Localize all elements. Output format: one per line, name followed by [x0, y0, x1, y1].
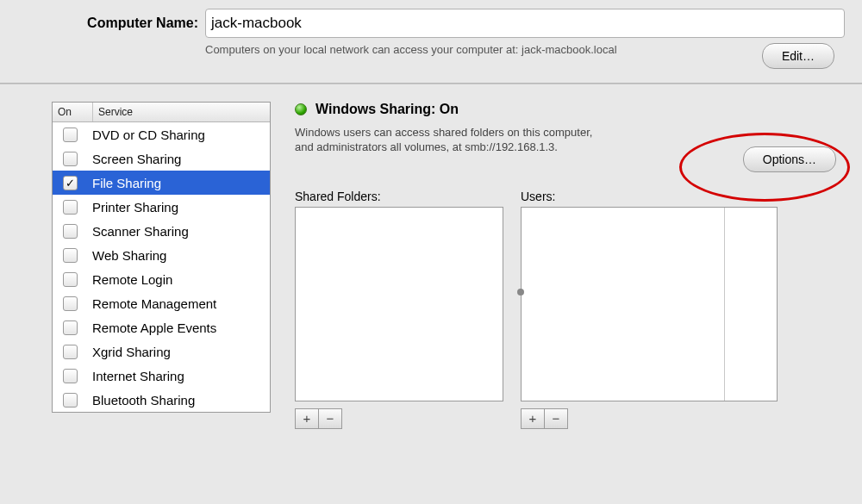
remove-user-button[interactable]: −	[545, 408, 568, 429]
service-checkbox-cell	[53, 393, 87, 408]
service-checkbox[interactable]	[63, 345, 78, 359]
service-checkbox-cell	[53, 248, 87, 263]
service-checkbox[interactable]	[63, 224, 78, 239]
tables-row: Shared Folders: + − Users: + −	[295, 190, 836, 429]
computer-name-field[interactable]: jack-macbook	[205, 9, 845, 38]
edit-button-wrap: Edit…	[762, 43, 845, 69]
services-rows: DVD or CD SharingScreen Sharing✓File Sha…	[53, 122, 270, 412]
remove-folder-button[interactable]: −	[319, 408, 342, 429]
computer-name-help-row: Computers on your local network can acce…	[69, 43, 845, 69]
service-row[interactable]: Bluetooth Sharing	[53, 388, 270, 412]
users-column-divider	[724, 208, 725, 401]
users-label: Users:	[521, 190, 778, 203]
services-list: On Service DVD or CD SharingScreen Shari…	[52, 102, 271, 413]
service-checkbox[interactable]	[63, 152, 78, 166]
service-checkbox[interactable]	[63, 200, 78, 215]
service-row[interactable]: DVD or CD Sharing	[53, 122, 270, 146]
service-checkbox-cell	[53, 345, 87, 359]
service-row[interactable]: Xgrid Sharing	[53, 339, 270, 364]
status-title: Windows Sharing: On	[315, 102, 459, 117]
sharing-pref-pane: Computer Name: jack-macbook Computers on…	[0, 0, 862, 504]
service-row[interactable]: Remote Login	[53, 267, 270, 291]
service-label: Scanner Sharing	[87, 224, 270, 239]
service-label: Printer Sharing	[87, 200, 270, 215]
service-row[interactable]: Scanner Sharing	[53, 219, 270, 243]
services-header: On Service	[53, 103, 270, 122]
service-detail: Windows Sharing: On Windows users can ac…	[295, 102, 846, 429]
status-line: Windows Sharing: On	[295, 102, 836, 117]
service-checkbox[interactable]	[63, 272, 78, 287]
service-checkbox[interactable]	[63, 128, 78, 142]
services-header-service[interactable]: Service	[93, 103, 270, 121]
resize-handle-icon[interactable]	[517, 289, 524, 296]
users-column: Users: + −	[521, 190, 778, 429]
service-label: DVD or CD Sharing	[87, 128, 270, 142]
service-label: Remote Apple Events	[87, 320, 270, 335]
service-checkbox[interactable]: ✓	[63, 176, 78, 190]
shared-folders-column: Shared Folders: + −	[295, 190, 503, 429]
top-section: Computer Name: jack-macbook Computers on…	[0, 0, 862, 83]
service-label: Bluetooth Sharing	[87, 393, 270, 408]
shared-folders-label: Shared Folders:	[295, 190, 503, 203]
service-label: Web Sharing	[87, 248, 270, 263]
service-checkbox-cell	[53, 272, 87, 287]
lower-section: On Service DVD or CD SharingScreen Shari…	[0, 84, 862, 429]
service-checkbox[interactable]	[63, 320, 78, 335]
service-checkbox[interactable]	[63, 296, 78, 311]
computer-name-help: Computers on your local network can acce…	[205, 43, 762, 57]
service-checkbox[interactable]	[63, 369, 78, 383]
service-row[interactable]: ✓File Sharing	[53, 171, 270, 195]
service-label: Xgrid Sharing	[87, 345, 270, 359]
status-indicator-icon	[295, 103, 307, 115]
options-button[interactable]: Options…	[743, 146, 836, 172]
service-label: Remote Login	[87, 272, 270, 287]
service-label: File Sharing	[87, 176, 270, 190]
service-label: Internet Sharing	[87, 369, 270, 383]
service-row[interactable]: Web Sharing	[53, 243, 270, 267]
service-checkbox-cell: ✓	[53, 176, 87, 190]
service-row[interactable]: Remote Apple Events	[53, 315, 270, 339]
computer-name-label: Computer Name:	[69, 16, 205, 31]
service-checkbox-cell	[53, 200, 87, 215]
service-checkbox[interactable]	[63, 248, 78, 263]
add-folder-button[interactable]: +	[295, 408, 319, 429]
service-row[interactable]: Internet Sharing	[53, 364, 270, 388]
service-row[interactable]: Printer Sharing	[53, 195, 270, 219]
status-description: Windows users can access shared folders …	[295, 126, 605, 155]
users-addremove: + −	[521, 408, 778, 429]
service-checkbox-cell	[53, 224, 87, 239]
service-checkbox[interactable]	[63, 393, 78, 408]
services-header-on[interactable]: On	[53, 103, 93, 121]
service-checkbox-cell	[53, 296, 87, 311]
service-checkbox-cell	[53, 369, 87, 383]
service-checkbox-cell	[53, 152, 87, 166]
edit-button[interactable]: Edit…	[762, 43, 834, 69]
computer-name-value: jack-macbook	[211, 15, 302, 32]
service-label: Screen Sharing	[87, 152, 270, 166]
service-row[interactable]: Remote Management	[53, 291, 270, 315]
service-label: Remote Management	[87, 296, 270, 311]
add-user-button[interactable]: +	[521, 408, 545, 429]
options-button-wrap: Options…	[743, 146, 836, 172]
service-checkbox-cell	[53, 128, 87, 142]
computer-name-row: Computer Name: jack-macbook	[69, 9, 845, 38]
service-row[interactable]: Screen Sharing	[53, 146, 270, 171]
users-list[interactable]	[521, 207, 778, 401]
service-checkbox-cell	[53, 320, 87, 335]
shared-folders-addremove: + −	[295, 408, 503, 429]
shared-folders-list[interactable]	[295, 207, 503, 401]
